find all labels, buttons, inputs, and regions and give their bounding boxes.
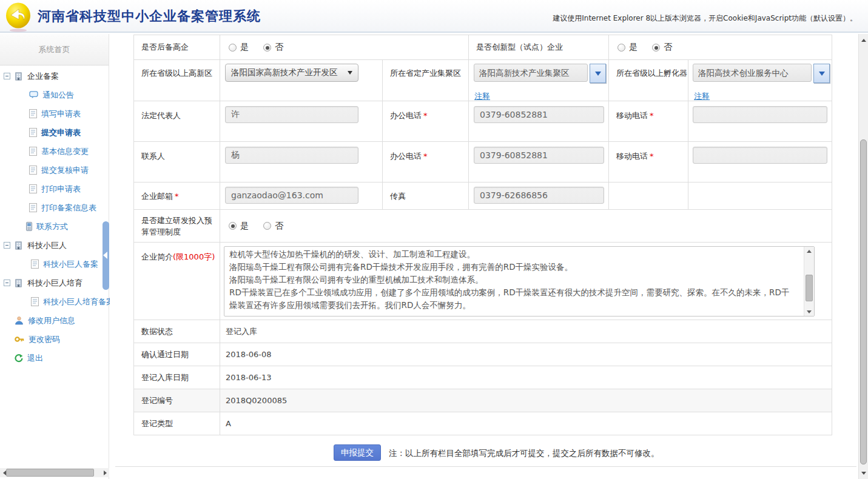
mobile-phone-input[interactable]	[693, 106, 827, 123]
row-reserve-hq: 是否后备高企 是 否 是否创新型（试点）企业 是 否	[134, 35, 832, 59]
company-email-input[interactable]	[225, 187, 358, 204]
annotation-link[interactable]: 注释	[474, 91, 490, 102]
radio-budget-yes[interactable]	[229, 222, 237, 230]
select-value: 洛阳国家高新技术产业开发区	[231, 67, 338, 78]
contact-person-input[interactable]	[225, 147, 358, 164]
fax-input[interactable]	[474, 187, 604, 204]
field-label: 登记入库日期	[141, 372, 189, 383]
legal-representative-input[interactable]	[225, 106, 358, 123]
collapse-minus-icon[interactable]	[4, 73, 10, 79]
textarea-scrollbar[interactable]	[804, 247, 814, 316]
confirm-date-value: 2018-06-08	[220, 350, 272, 359]
scroll-down-arrow[interactable]	[859, 468, 868, 478]
document-icon	[31, 297, 39, 306]
submit-button[interactable]: 申报提交	[334, 444, 381, 461]
application-form-table: 是否后备高企 是 否 是否创新型（试点）企业 是 否 所在省级以上高新区 洛阳国…	[133, 35, 832, 435]
row-register-type: 登记类型 A	[134, 412, 832, 435]
radio-budget-no[interactable]	[263, 222, 271, 230]
row-contact-person: 联系人 办公电话* 移动电话*	[134, 141, 832, 182]
field-label: 移动电话	[616, 152, 648, 161]
field-label: 登记编号	[141, 395, 173, 406]
scrollbar-thumb[interactable]	[6, 469, 94, 477]
collapse-minus-icon[interactable]	[4, 242, 10, 249]
chevron-left-icon	[103, 252, 107, 259]
sidebar-item-contact-info[interactable]: 联系方式	[0, 217, 109, 236]
sidebar-item-enterprise-record[interactable]: 企业备案	[0, 67, 109, 85]
bottom-divider	[115, 466, 856, 467]
scrollbar-thumb[interactable]	[860, 139, 867, 464]
radio-innovative-yes[interactable]	[617, 44, 625, 52]
app-window: 河南省科技型中小企业备案管理系统 建议使用Internet Explorer 8…	[0, 0, 868, 479]
register-date-value: 2018-06-13	[220, 373, 272, 382]
sidebar-item-print-record[interactable]: 打印备案信息表	[0, 198, 109, 217]
sidebar-item-notice[interactable]: 通知公告	[0, 85, 109, 104]
office-phone-input[interactable]	[474, 106, 604, 123]
required-mark: *	[423, 111, 428, 120]
sidebar-item-logout[interactable]: 退出	[0, 349, 109, 367]
submit-note: 注：以上所有栏目全部填写完成后才可提交，提交之后所有数据不可修改。	[389, 448, 659, 459]
page-vertical-scrollbar[interactable]	[858, 34, 868, 479]
sidebar-item-edit-user[interactable]: 修改用户信息	[0, 311, 109, 330]
scroll-down-arrow[interactable]	[804, 307, 814, 316]
field-label: 所在省级以上孵化器	[616, 60, 688, 79]
building-icon	[14, 278, 23, 287]
dropdown-arrow-icon	[348, 71, 352, 75]
field-label: 办公电话	[390, 152, 422, 161]
sidebar-item-change-password[interactable]: 更改密码	[0, 330, 109, 349]
required-mark: *	[175, 192, 179, 201]
scrollbar-thumb[interactable]	[806, 275, 813, 301]
mobile-phone-input[interactable]	[693, 147, 827, 164]
data-status-value: 登记入库	[220, 326, 257, 337]
combo-value[interactable]: 洛阳高新技术产业集聚区	[474, 64, 588, 82]
annotation-link[interactable]: 注释	[694, 91, 710, 102]
company-profile-textarea[interactable]: 粒机等大型传达加热干燥机的的研发、设计、加工制造和工程建设。 洛阳瑞岛干燥工程有…	[224, 246, 815, 317]
collapse-minus-icon[interactable]	[4, 280, 10, 286]
field-label: 企业邮箱	[141, 192, 173, 201]
sidebar-item-tech-giant[interactable]: 科技小巨人	[0, 236, 109, 255]
browser-recommendation: 建议使用Internet Explorer 8以上版本浏览器，开启Cookie和…	[553, 13, 857, 24]
building-icon	[14, 72, 23, 81]
sidebar-item-basic-change[interactable]: 基本信息变更	[0, 142, 109, 161]
sidebar-item-fill-form[interactable]: 填写申请表	[0, 104, 109, 123]
sidebar-item-tech-giant-record[interactable]: 科技小巨人备案	[0, 255, 109, 273]
office-phone-input[interactable]	[474, 147, 604, 164]
sidebar-item-review-request[interactable]: 提交复核申请	[0, 161, 109, 179]
field-label: 所在省级以上高新区	[141, 60, 220, 79]
row-email-fax: 企业邮箱* 传真	[134, 182, 832, 209]
key-icon	[15, 335, 24, 343]
sidebar-item-tech-giant-cultivate-record[interactable]: 科技小巨人培育备案	[0, 292, 109, 311]
dropdown-arrow-icon	[819, 72, 825, 76]
scroll-up-arrow[interactable]	[804, 247, 814, 255]
hightech-zone-select[interactable]: 洛阳国家高新技术产业开发区	[225, 64, 358, 82]
scroll-up-arrow[interactable]	[859, 35, 868, 45]
required-mark: *	[423, 152, 428, 161]
combo-dropdown-button[interactable]	[813, 64, 830, 83]
field-label: 办公电话	[390, 111, 422, 120]
radio-label: 是	[629, 42, 638, 53]
sidebar-collapse-handle[interactable]	[103, 221, 109, 290]
register-type-value: A	[220, 419, 231, 428]
required-mark: *	[650, 152, 654, 161]
sidebar-item-tech-giant-cultivate[interactable]: 科技小巨人培育	[0, 273, 109, 292]
field-label: 是否建立研发投入预算管理制度	[141, 215, 220, 238]
radio-reserve-no[interactable]	[263, 44, 271, 52]
radio-innovative-no[interactable]	[652, 44, 660, 52]
field-label: 是否后备高企	[141, 42, 189, 53]
sidebar-item-print-form[interactable]: 打印申请表	[0, 179, 109, 198]
combo-value[interactable]: 洛阳高技术创业服务中心	[693, 64, 812, 82]
combo-dropdown-button[interactable]	[590, 64, 606, 83]
radio-reserve-yes[interactable]	[229, 44, 237, 52]
scroll-right-arrow[interactable]	[101, 468, 109, 477]
field-label: 所在省定产业集聚区	[390, 60, 468, 79]
field-label: 确认通过日期	[141, 349, 189, 360]
sidebar-item-submit-form[interactable]: 提交申请表	[0, 123, 109, 142]
form-area: 是否后备高企 是 否 是否创新型（试点）企业 是 否 所在省级以上高新区 洛阳国…	[110, 34, 858, 479]
app-title: 河南省科技型中小企业备案管理系统	[38, 7, 261, 25]
radio-label: 是	[240, 221, 249, 232]
app-header: 河南省科技型中小企业备案管理系统 建议使用Internet Explorer 8…	[0, 0, 868, 33]
sidebar-horizontal-scrollbar[interactable]	[0, 468, 109, 477]
sidebar-home-link[interactable]: 系统首页	[0, 34, 109, 65]
company-profile-text[interactable]: 粒机等大型传达加热干燥机的的研发、设计、加工制造和工程建设。 洛阳瑞岛干燥工程有…	[224, 247, 814, 316]
document-icon	[29, 184, 37, 193]
app-logo-icon	[5, 2, 33, 32]
